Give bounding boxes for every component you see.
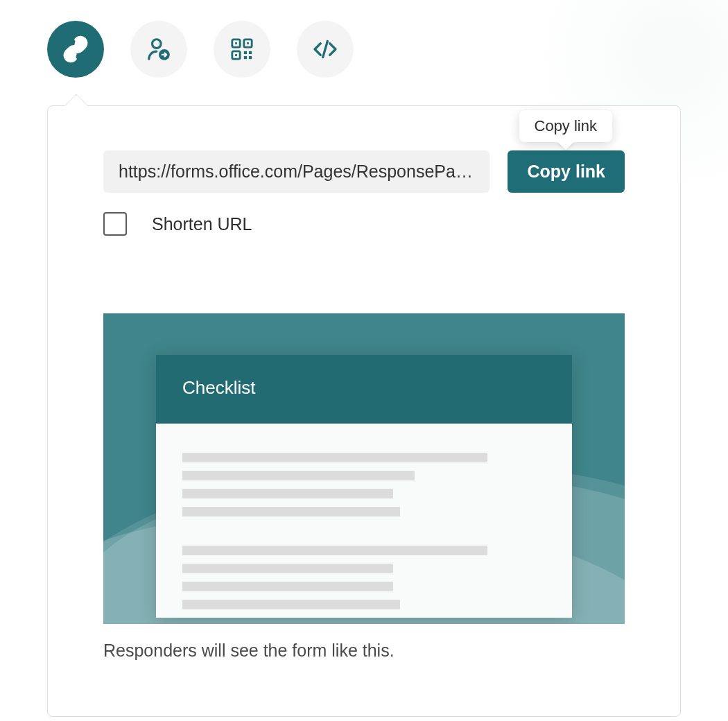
link-icon [61,35,90,64]
form-preview: Checklist [103,313,625,624]
skeleton-line [182,471,415,480]
form-header: Checklist [156,355,572,424]
form-body [156,424,572,609]
skeleton-line [182,546,487,555]
preview-caption: Responders will see the form like this. [103,641,625,661]
skeleton-line [182,600,400,609]
link-row: Copy link Copy link [103,150,625,193]
svg-point-0 [153,40,162,49]
svg-rect-10 [244,56,247,59]
svg-rect-8 [244,51,247,54]
shorten-url-label: Shorten URL [152,214,252,234]
tab-invite[interactable] [130,21,187,78]
panel-pointer [64,94,88,117]
skeleton-line [182,489,393,498]
svg-rect-7 [235,54,237,56]
copy-link-tooltip: Copy link [519,110,612,142]
copy-link-button[interactable]: Copy link [508,150,625,193]
code-embed-icon [311,35,339,63]
svg-rect-3 [235,42,237,44]
svg-line-12 [323,41,328,57]
skeleton-line [182,453,487,462]
skeleton-line [182,507,400,516]
share-url-input[interactable] [103,150,489,193]
tab-qr-code[interactable] [214,21,270,78]
share-panel: Copy link Copy link Shorten URL Checklis… [47,105,681,717]
skeleton-line [182,564,393,573]
svg-rect-5 [247,42,249,44]
skeleton-line [182,582,393,591]
shorten-url-row: Shorten URL [103,212,625,236]
tab-embed[interactable] [297,21,354,78]
qr-code-icon [230,37,254,61]
person-share-icon [146,36,172,62]
shorten-url-checkbox[interactable] [103,212,127,236]
form-preview-container: Checklist Responders will see the form l… [103,313,625,661]
svg-rect-9 [249,51,252,54]
svg-rect-11 [249,56,252,59]
tab-link[interactable] [47,21,104,78]
form-card: Checklist [156,355,572,618]
form-title: Checklist [182,377,546,399]
